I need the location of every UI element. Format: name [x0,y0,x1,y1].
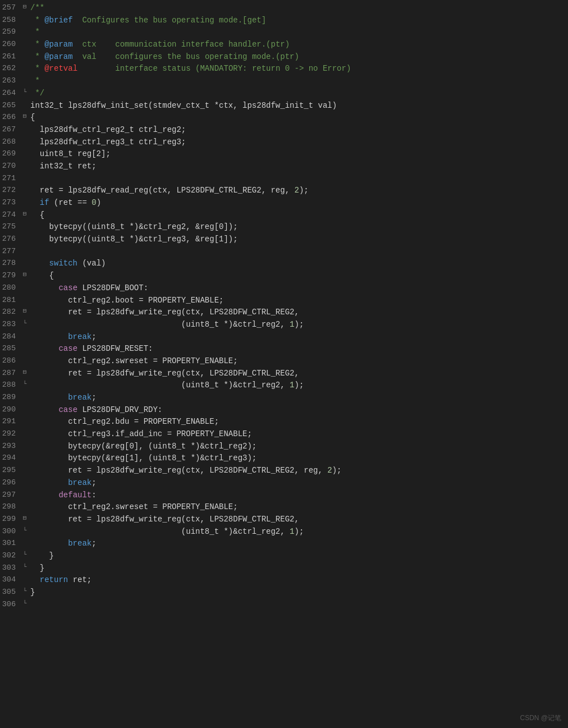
fold-icon[interactable]: ⊟ [20,514,29,523]
line-number: 274 [0,209,20,221]
table-row: 285 case LPS28DFW_RESET: [0,343,568,355]
fold-icon[interactable]: ⊟ [20,368,29,377]
code-line: { [29,112,568,124]
table-row: 299⊟ ret = lps28dfw_write_reg(ctx, LPS28… [0,514,568,526]
fold-icon[interactable]: ⊟ [20,112,29,121]
table-row: 273 if (ret == 0) [0,197,568,209]
line-number: 278 [0,258,20,269]
code-line: ret = lps28dfw_read_reg(ctx, LPS28DFW_CT… [29,185,568,197]
code-line: * @brief Configures the bus operating mo… [29,15,568,27]
code-line: case LPS28DFW_DRV_RDY: [29,404,568,416]
line-number: 275 [0,221,20,233]
code-line: break; [29,392,568,404]
fold-icon[interactable]: └ [20,526,29,535]
line-number: 292 [0,428,20,440]
fold-icon[interactable]: ⊟ [20,270,29,280]
code-line: switch (val) [29,258,568,270]
table-row: 280 case LPS28DFW_BOOT: [0,282,568,295]
line-number: 261 [0,51,20,63]
line-number: 294 [0,452,20,464]
table-row: 304 return ret; [0,574,568,587]
line-number: 290 [0,404,20,416]
code-editor: 257⊟/**258 * @brief Configures the bus o… [0,0,568,728]
line-number: 282 [0,306,20,318]
line-number: 283 [0,319,20,331]
table-row: 271 [0,173,568,185]
code-line [29,173,568,185]
table-row: 269 uint8_t reg[2]; [0,148,568,161]
code-line: (uint8_t *)&ctrl_reg2, 1); [29,319,568,331]
code-line: (uint8_t *)&ctrl_reg2, 1); [29,379,568,392]
code-line: lps28dfw_ctrl_reg2_t ctrl_reg2; [29,124,568,136]
table-row: 284 break; [0,331,568,344]
fold-icon[interactable]: └ [20,319,29,328]
code-line: if (ret == 0) [29,197,568,209]
table-row: 281 ctrl_reg2.boot = PROPERTY_ENABLE; [0,295,568,307]
code-line: ret = lps28dfw_write_reg(ctx, LPS28DFW_C… [29,514,568,526]
line-number: 268 [0,136,20,148]
table-row: 283└ (uint8_t *)&ctrl_reg2, 1); [0,319,568,331]
code-line: uint8_t reg[2]; [29,148,568,161]
fold-icon[interactable]: └ [20,379,29,389]
table-row: 301 break; [0,538,568,550]
code-line: break; [29,538,568,550]
table-row: 278 switch (val) [0,258,568,270]
fold-icon[interactable]: └ [20,587,29,596]
line-number: 279 [0,270,20,282]
line-number: 302 [0,550,20,562]
table-row: 263 * [0,75,568,88]
fold-icon[interactable]: └ [20,550,29,560]
table-row: 264└ */ [0,88,568,100]
line-number: 288 [0,379,20,391]
table-row: 303└ } [0,562,568,575]
code-line: bytecpy((uint8_t *)&ctrl_reg2, &reg[0]); [29,221,568,233]
code-line: lps28dfw_ctrl_reg3_t ctrl_reg3; [29,136,568,149]
code-line: * @retval interface status (MANDATORY: r… [29,63,568,75]
code-line: bytecpy((uint8_t *)&ctrl_reg3, &reg[1]); [29,233,568,246]
line-number: 263 [0,75,20,87]
line-number: 266 [0,112,20,123]
code-line: ctrl_reg2.swreset = PROPERTY_ENABLE; [29,501,568,514]
fold-icon[interactable]: ⊟ [20,209,29,219]
fold-icon[interactable]: ⊟ [20,306,29,316]
line-number: 260 [0,39,20,51]
code-line: int32_t ret; [29,161,568,173]
table-row: 274⊟ { [0,209,568,222]
line-number: 289 [0,392,20,404]
table-row: 295 ret = lps28dfw_write_reg(ctx, LPS28D… [0,465,568,477]
code-line: } [29,562,568,575]
code-line: } [29,587,568,599]
fold-icon[interactable]: ⊟ [20,2,29,12]
table-row: 290 case LPS28DFW_DRV_RDY: [0,404,568,416]
line-number: 277 [0,246,20,258]
line-number: 306 [0,599,20,611]
table-row: 302└ } [0,550,568,562]
table-row: 291 ctrl_reg2.bdu = PROPERTY_ENABLE; [0,416,568,428]
line-number: 284 [0,331,20,343]
line-number: 273 [0,197,20,209]
fold-icon[interactable]: └ [20,562,29,572]
code-line: return ret; [29,574,568,587]
code-line [29,246,568,258]
table-row: 265 int32_t lps28dfw_init_set(stmdev_ctx… [0,100,568,112]
table-row: 279⊟ { [0,270,568,282]
line-number: 305 [0,587,20,598]
line-number: 297 [0,489,20,501]
table-row: 282⊟ ret = lps28dfw_write_reg(ctx, LPS28… [0,306,568,319]
code-line: * [29,26,568,39]
table-row: 259 * [0,26,568,39]
line-number: 300 [0,526,20,538]
line-number: 298 [0,501,20,513]
line-number: 257 [0,2,20,14]
code-line: ret = lps28dfw_write_reg(ctx, LPS28DFW_C… [29,465,568,477]
code-line: ctrl_reg2.boot = PROPERTY_ENABLE; [29,295,568,307]
code-line: ctrl_reg3.if_add_inc = PROPERTY_ENABLE; [29,428,568,441]
line-number: 269 [0,148,20,160]
table-row: 267 lps28dfw_ctrl_reg2_t ctrl_reg2; [0,124,568,136]
table-row: 260 * @param ctx communication interface… [0,39,568,51]
fold-icon[interactable]: └ [20,599,29,608]
fold-icon[interactable]: └ [20,88,29,97]
line-number: 270 [0,161,20,172]
code-line: ctrl_reg2.bdu = PROPERTY_ENABLE; [29,416,568,428]
line-number: 293 [0,441,20,452]
